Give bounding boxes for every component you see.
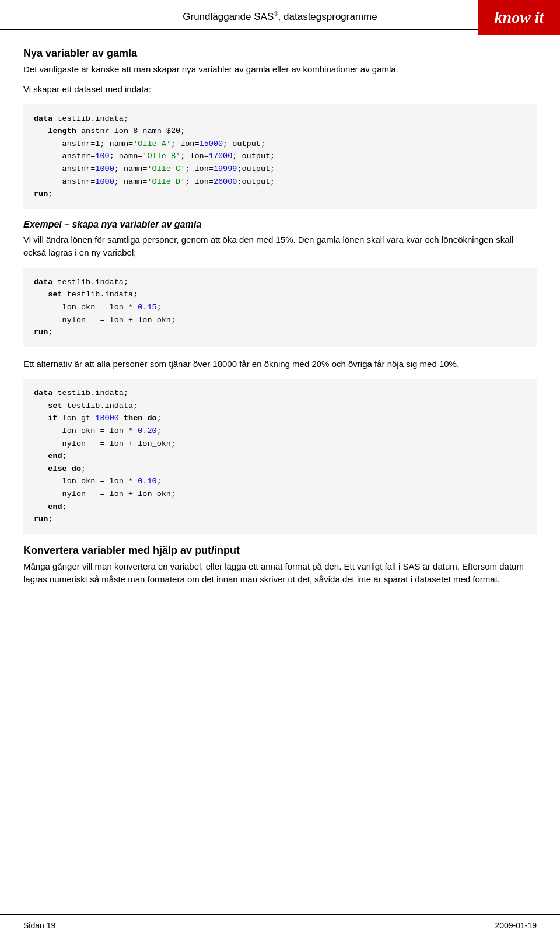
page-header: Grundläggande SAS®, datastegsprogramme k… bbox=[0, 0, 560, 30]
code-block-3: data testlib.indata; set testlib.indata;… bbox=[23, 379, 537, 534]
logo-box: know it bbox=[478, 0, 560, 35]
section1-text: Det vanligaste är kanske att man skapar … bbox=[23, 63, 537, 76]
logo-text: know it bbox=[495, 8, 544, 27]
section2-intro: Vi skapar ett dataset med indata: bbox=[23, 83, 537, 96]
section4-title: Konvertera variabler med hjälp av put/in… bbox=[23, 544, 537, 557]
main-content: Nya variabler av gamla Det vanligaste är… bbox=[0, 30, 560, 619]
example1-title: Exempel – skapa nya variabler av gamla bbox=[23, 219, 537, 230]
example1-text-span: Vi vill ändra lönen för samtliga persone… bbox=[23, 235, 296, 245]
example1-text: Vi vill ändra lönen för samtliga persone… bbox=[23, 233, 537, 260]
header-title: Grundläggande SAS®, datastegsprogramme bbox=[183, 11, 377, 23]
footer-page: Sidan 19 bbox=[23, 921, 55, 930]
code-block-1: data testlib.indata; length anstnr lon 8… bbox=[23, 104, 537, 209]
section1-title: Nya variabler av gamla bbox=[23, 47, 537, 60]
footer-date: 2009-01-19 bbox=[495, 921, 537, 930]
header-sup: ® bbox=[274, 11, 278, 17]
header-title-text: Grundläggande SAS bbox=[183, 11, 274, 22]
section3-text: Ett alternativ är att alla personer som … bbox=[23, 358, 537, 371]
header-title-rest: , datastegsprogramme bbox=[278, 11, 377, 22]
page-footer: Sidan 19 2009-01-19 bbox=[0, 914, 560, 936]
section4-text1: Många gånger vill man konvertera en vari… bbox=[23, 560, 537, 586]
code-block-2: data testlib.indata; set testlib.indata;… bbox=[23, 268, 537, 347]
